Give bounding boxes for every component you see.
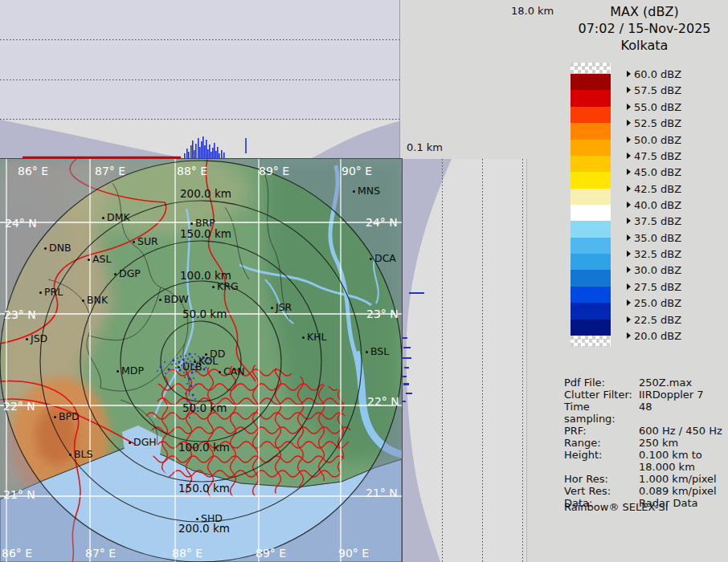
scale-tick-text: 55.0 dBZ bbox=[634, 101, 681, 113]
color-scale-label: 25.0 dBZ bbox=[627, 296, 681, 309]
range-ring-label: 100.0 km bbox=[178, 441, 230, 454]
metadata-label: Vert Res: bbox=[564, 485, 639, 497]
color-scale-label: 47.5 dBZ bbox=[627, 149, 681, 162]
scale-tick-arrow-icon bbox=[627, 234, 631, 241]
scale-tick-arrow-icon bbox=[627, 104, 631, 110]
color-scale-band bbox=[571, 74, 611, 90]
scale-tick-arrow-icon bbox=[627, 120, 631, 126]
city-label: DMK bbox=[107, 211, 130, 223]
metadata-label: Hor Res: bbox=[564, 473, 639, 485]
city-label: BPD bbox=[59, 410, 80, 422]
city-marker bbox=[190, 222, 193, 225]
color-scale-band bbox=[571, 63, 611, 74]
color-scale-label: 50.0 dBZ bbox=[627, 133, 681, 146]
metadata-value: 48 bbox=[639, 401, 652, 425]
scale-tick-arrow-icon bbox=[627, 250, 631, 257]
color-scale-label: 55.0 dBZ bbox=[627, 100, 681, 113]
latitude-label: 24° N bbox=[5, 217, 37, 230]
scale-tick-text: 52.5 dBZ bbox=[634, 117, 681, 129]
city-marker bbox=[114, 273, 117, 275]
city-label: BSL bbox=[370, 345, 389, 357]
city-label: SHD bbox=[201, 512, 223, 524]
city-marker bbox=[366, 351, 368, 353]
city-label: KHL bbox=[307, 331, 327, 343]
metadata-row: Vert Res:0.089 km/pixel bbox=[564, 485, 725, 497]
scale-tick-text: 37.5 dBZ bbox=[634, 215, 681, 227]
software-brand: Rainbow® SELEX-SI bbox=[564, 501, 669, 513]
city-marker bbox=[159, 299, 162, 301]
scale-tick-text: 35.0 dBZ bbox=[634, 232, 681, 244]
city-label: DNB bbox=[49, 242, 72, 254]
scale-tick-text: 20.0 dBZ bbox=[634, 330, 681, 342]
city-marker bbox=[271, 307, 273, 309]
metadata-value: 1.000 km/pixel bbox=[639, 473, 717, 485]
latitude-label: 23° N bbox=[366, 307, 399, 320]
scale-tick-text: 50.0 dBZ bbox=[634, 134, 681, 146]
color-scale-band bbox=[571, 90, 611, 107]
color-scale-band bbox=[571, 287, 611, 303]
scale-tick-arrow-icon bbox=[627, 169, 631, 175]
color-scale-label: 32.5 dBZ bbox=[627, 247, 681, 260]
scale-tick-text: 32.5 dBZ bbox=[634, 248, 681, 260]
metadata-row: Hor Res:1.000 km/pixel bbox=[564, 473, 725, 485]
latitude-label: 23° N bbox=[4, 308, 36, 321]
color-scale-band bbox=[571, 123, 611, 140]
color-scale-label: 30.0 dBZ bbox=[627, 263, 681, 276]
longitude-label: 86° E bbox=[2, 547, 32, 560]
range-ring-label: 150.0 km bbox=[180, 227, 231, 240]
metadata-label: Pdf File: bbox=[564, 377, 639, 389]
color-scale-band bbox=[571, 303, 611, 320]
city-label: ASL bbox=[92, 253, 111, 265]
city-marker bbox=[54, 416, 56, 418]
vertical-projection-panel-top bbox=[0, 0, 400, 158]
height-scale-min-label: 0.1 km bbox=[407, 141, 443, 153]
color-scale-band bbox=[571, 107, 611, 123]
latitude-label: 21° N bbox=[366, 487, 398, 499]
city-label: JSD bbox=[31, 332, 47, 344]
city-marker bbox=[44, 247, 47, 250]
color-scale-label: 35.0 dBZ bbox=[627, 231, 681, 244]
coverage-wedge-right bbox=[312, 121, 399, 158]
scale-tick-text: 47.5 dBZ bbox=[634, 150, 681, 162]
scale-tick-text: 45.0 dBZ bbox=[634, 166, 681, 178]
color-scale-label: 60.0 dBZ bbox=[627, 67, 681, 80]
range-ring-label: 50.0 km bbox=[182, 401, 227, 414]
metadata-value: 250 km bbox=[639, 437, 678, 449]
scale-tick-text: 27.5 dBZ bbox=[634, 281, 681, 293]
color-scale-band bbox=[571, 172, 611, 189]
longitude-label: 89° E bbox=[259, 165, 289, 177]
longitude-label: 86° E bbox=[18, 165, 48, 177]
longitude-label: 87° E bbox=[85, 547, 116, 560]
latitude-label: 21° N bbox=[3, 488, 35, 501]
color-scale-band bbox=[571, 189, 611, 205]
scale-tick-arrow-icon bbox=[627, 218, 631, 224]
vertical-projection-panel-right bbox=[402, 159, 527, 562]
right-projection-graphic bbox=[402, 159, 526, 562]
city-label: MNS bbox=[358, 185, 380, 197]
latitude-label: 22° N bbox=[3, 400, 35, 413]
city-label: BDW bbox=[164, 293, 189, 305]
color-scale-band bbox=[571, 205, 611, 221]
city-label: PRL bbox=[44, 286, 63, 298]
latitude-label: 24° N bbox=[366, 216, 398, 229]
city-marker bbox=[88, 259, 90, 261]
scale-tick-arrow-icon bbox=[627, 299, 631, 306]
color-scale-band bbox=[571, 270, 611, 287]
metadata-label: Height: bbox=[564, 449, 639, 473]
city-label: ULB bbox=[182, 360, 202, 373]
scale-tick-text: 30.0 dBZ bbox=[634, 264, 681, 276]
scale-tick-arrow-icon bbox=[627, 332, 631, 339]
color-scale-band bbox=[571, 221, 611, 238]
city-label: JSR bbox=[276, 301, 292, 313]
color-scale-label: 45.0 dBZ bbox=[627, 165, 681, 178]
scale-tick-text: 25.0 dBZ bbox=[634, 297, 681, 309]
city-marker bbox=[133, 241, 135, 243]
product-metadata: Pdf File:250Z.maxClutter Filter:IIRDoppl… bbox=[564, 377, 725, 509]
metadata-row: Clutter Filter:IIRDoppler 7 bbox=[564, 389, 725, 401]
range-ring-label: 150.0 km bbox=[178, 482, 230, 495]
city-marker bbox=[196, 518, 198, 520]
longitude-label: 88° E bbox=[177, 165, 207, 177]
color-scale-band bbox=[571, 238, 611, 254]
coverage-wedge-side bbox=[402, 159, 452, 562]
color-scale-label: 27.5 dBZ bbox=[627, 280, 681, 293]
